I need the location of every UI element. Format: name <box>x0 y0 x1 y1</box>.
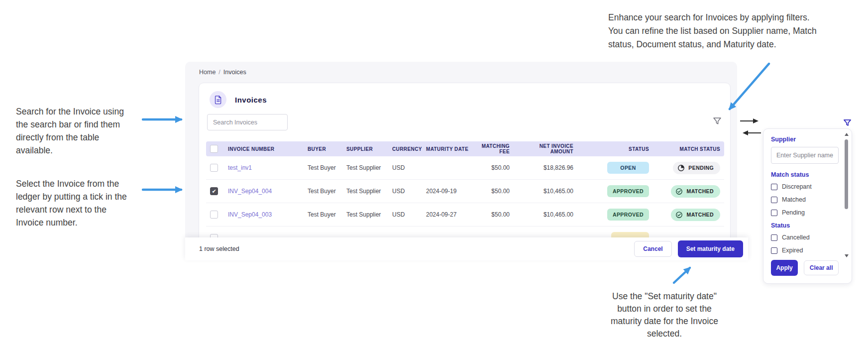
filter-panel: Supplier Match status Discrepant Matched… <box>763 128 852 284</box>
net-invoice-amount-cell: $18,826.96 <box>514 164 577 171</box>
match-status-option-matched[interactable]: Matched <box>771 196 839 203</box>
card-header: Invoices <box>210 91 267 108</box>
supplier-filter-label: Supplier <box>771 136 839 143</box>
check-circle-icon <box>675 211 683 219</box>
cancel-button[interactable]: Cancel <box>634 241 671 257</box>
row-checkbox[interactable] <box>210 187 218 195</box>
currency-cell: USD <box>388 211 422 218</box>
invoice-number-link[interactable]: INV_Sep04_004 <box>228 188 272 195</box>
annotation-select-note: Select the Invoice from the ledger by pu… <box>16 177 145 229</box>
check-circle-icon <box>675 188 683 195</box>
filter-option-label: Discrepant <box>782 183 812 190</box>
filter-option-label: Expired <box>782 247 803 254</box>
match-status-option-discrepant[interactable]: Discrepant <box>771 183 839 190</box>
maturity-date-cell: 2024-09-19 <box>422 188 476 195</box>
maturity-date-cell: 2024-09-27 <box>422 211 476 218</box>
net-invoice-amount-cell: $10,465.00 <box>514 211 577 218</box>
scroll-up-icon[interactable] <box>845 133 849 136</box>
pie-chart-icon <box>677 164 685 172</box>
screenshot-canvas: Enhance your search for Invoices by appl… <box>0 0 868 345</box>
filter-option-label: Pending <box>782 209 805 216</box>
filter-option-label: Matched <box>782 196 806 203</box>
breadcrumb-home[interactable]: Home <box>199 69 216 76</box>
match-status-options: Discrepant Matched Pending <box>771 183 839 216</box>
filter-checkbox[interactable] <box>771 247 777 254</box>
invoices-table: INVOICE NUMBERBUYERSUPPLIERCURRENCYMATUR… <box>206 141 724 238</box>
app-window: Home/Invoices Invoices <box>185 62 737 238</box>
breadcrumb-separator: / <box>218 69 220 76</box>
supplier-cell: Test Supplier <box>342 164 388 171</box>
clear-all-button[interactable]: Clear all <box>804 260 839 275</box>
column-header: BUYER <box>304 146 342 152</box>
match-status-filter-label: Match status <box>771 171 839 178</box>
supplier-name-input[interactable] <box>771 147 839 164</box>
annotation-filters-note: Enhance your search for Invoices by appl… <box>608 11 817 51</box>
invoice-number-link[interactable]: INV_Sep04_003 <box>228 211 272 218</box>
breadcrumb: Home/Invoices <box>199 69 246 76</box>
filter-checkbox[interactable] <box>771 210 777 216</box>
annotation-set-maturity-note: Use the "Set maturity date" button in or… <box>592 290 737 340</box>
page-title: Invoices <box>235 96 267 104</box>
table-row: INV_Sep04_004 Test Buyer Test Supplier U… <box>206 180 724 203</box>
invoice-document-icon <box>210 91 226 108</box>
table-row: INV_Sep04_003 Test Buyer Test Supplier U… <box>206 203 724 227</box>
status-option-expired[interactable]: Expired <box>771 247 839 254</box>
column-header: MATCH STATUS <box>653 146 724 152</box>
status-options: Cancelled Expired <box>771 234 839 254</box>
column-header: INVOICE NUMBER <box>224 146 304 152</box>
column-header: MATURITY DATE <box>422 146 476 152</box>
status-badge: OPEN <box>607 162 649 174</box>
supplier-cell: Test Supplier <box>342 211 388 218</box>
column-header: STATUS <box>577 146 653 152</box>
matching-fee-cell: $50.00 <box>476 188 514 195</box>
filter-icon[interactable] <box>713 116 722 125</box>
selection-footer: 1 row selected Cancel Set maturity date <box>185 237 748 260</box>
column-header: CURRENCY <box>388 146 422 152</box>
supplier-cell: Test Supplier <box>342 188 388 195</box>
buyer-cell: Test Buyer <box>304 211 342 218</box>
breadcrumb-current: Invoices <box>223 69 246 76</box>
scrollbar[interactable] <box>844 133 849 257</box>
filter-panel-icon[interactable] <box>843 118 852 127</box>
matching-fee-cell: $50.00 <box>476 164 514 171</box>
column-header: NET INVOICE AMOUNT <box>514 143 577 154</box>
filter-checkbox[interactable] <box>771 234 777 241</box>
currency-cell: USD <box>388 188 422 195</box>
column-header: SUPPLIER <box>342 146 388 152</box>
scroll-down-icon[interactable] <box>845 254 849 257</box>
matching-fee-cell: $50.00 <box>476 211 514 218</box>
row-checkbox[interactable] <box>210 211 218 219</box>
row-checkbox[interactable] <box>210 164 218 172</box>
apply-button[interactable]: Apply <box>771 260 798 276</box>
status-filter-label: Status <box>771 222 839 229</box>
match-status-badge: MATCHED <box>671 185 720 198</box>
table-row: test_inv1 Test Buyer Test Supplier USD $… <box>206 156 724 180</box>
selection-count: 1 row selected <box>199 245 634 252</box>
set-maturity-date-button[interactable]: Set maturity date <box>678 240 743 257</box>
search-input[interactable] <box>207 114 288 130</box>
arrow-to-set-maturity-button <box>674 268 690 283</box>
column-header: MATCHING FEE <box>476 143 514 154</box>
status-badge: APPROVED <box>607 209 649 221</box>
invoices-card: Invoices INVOICE NUMBERBUYERSUPPLIERCURR… <box>199 83 731 238</box>
filter-option-label: Cancelled <box>782 234 810 241</box>
select-all-checkbox[interactable] <box>210 145 218 153</box>
match-status-badge: PENDING <box>673 162 720 174</box>
annotation-search-note: Search for the Invoice using the search … <box>16 105 145 157</box>
buyer-cell: Test Buyer <box>304 164 342 171</box>
filter-checkbox[interactable] <box>771 197 777 203</box>
match-status-option-pending[interactable]: Pending <box>771 209 839 216</box>
match-status-badge: MATCHED <box>671 209 720 221</box>
table-body: test_inv1 Test Buyer Test Supplier USD $… <box>206 156 724 227</box>
table-header-row: INVOICE NUMBERBUYERSUPPLIERCURRENCYMATUR… <box>206 141 724 156</box>
status-badge: APPROVED <box>607 185 649 197</box>
buyer-cell: Test Buyer <box>304 188 342 195</box>
currency-cell: USD <box>388 164 422 171</box>
scrollbar-thumb[interactable] <box>845 139 848 209</box>
invoice-number-link[interactable]: test_inv1 <box>228 164 252 171</box>
status-option-cancelled[interactable]: Cancelled <box>771 234 839 241</box>
filter-checkbox[interactable] <box>771 184 777 190</box>
table-row-partial <box>206 227 724 238</box>
net-invoice-amount-cell: $10,465.00 <box>514 188 577 195</box>
